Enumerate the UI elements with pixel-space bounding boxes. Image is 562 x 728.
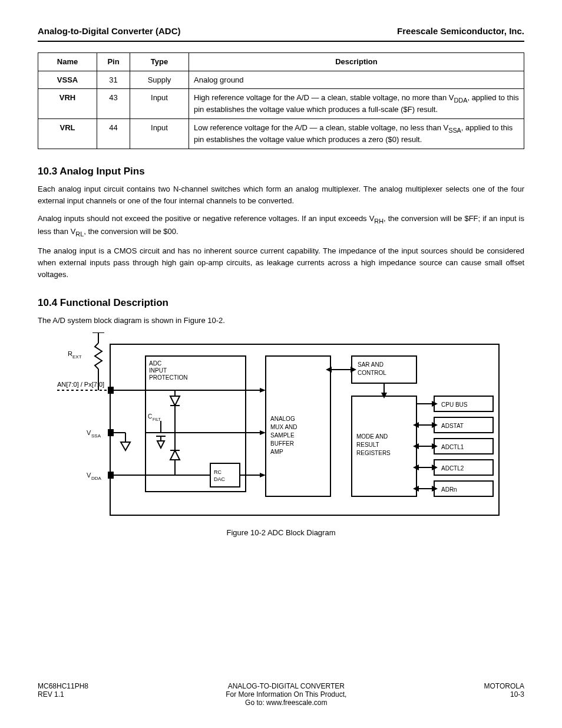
cell-type: Input: [130, 118, 189, 149]
svg-text:BUFFER: BUFFER: [270, 440, 294, 447]
th-desc: Description: [189, 53, 524, 71]
label-adctl: ADCTL1: [441, 444, 464, 450]
label-px: AN[7:0] / Px[7:0]: [57, 381, 104, 388]
cell-pin: 31: [97, 71, 130, 89]
cell-desc: Low reference voltage for the A/D — a cl…: [189, 118, 524, 149]
label-vdda: V: [87, 472, 91, 479]
label-sar: SAR AND: [358, 361, 384, 368]
cell-pin: 44: [97, 118, 130, 149]
section-heading: 10.4 Functional Description: [38, 297, 524, 309]
svg-rect-12: [108, 472, 114, 479]
body-paragraph: The A/D system block diagram is shown in…: [38, 315, 524, 327]
svg-text:INPUT: INPUT: [149, 367, 167, 374]
label-rext-sub: EXT: [72, 354, 82, 360]
table-row: VRL 44 Input Low reference voltage for t…: [38, 118, 524, 149]
svg-marker-40: [260, 473, 266, 477]
th-name: Name: [38, 53, 97, 71]
body-paragraph: Analog inputs should not exceed the posi…: [38, 213, 524, 239]
cell-desc: High reference voltage for the A/D — a c…: [189, 89, 524, 119]
section-heading: 10.3 Analog Input Pins: [38, 166, 524, 177]
svg-text:RESULT: RESULT: [356, 442, 379, 448]
svg-text:DAC: DAC: [214, 476, 226, 482]
svg-text:FILT: FILT: [153, 417, 161, 421]
table-row: VRH 43 Input High reference voltage for …: [38, 89, 524, 119]
cell-pin: 43: [97, 89, 130, 119]
label-analog-mux: ANALOG: [270, 416, 295, 422]
label-cpu-bus: CPU BUS: [441, 401, 468, 408]
label-vssa: V: [87, 429, 91, 436]
cell-desc: Analog ground: [189, 71, 524, 89]
svg-marker-51: [326, 367, 332, 373]
svg-rect-35: [210, 463, 240, 487]
svg-text:SAMPLE: SAMPLE: [270, 432, 295, 439]
label-rcdac: RC: [214, 469, 222, 475]
footer-left: MC68HC11PH8 REV 1.1: [38, 682, 88, 707]
figure-diagram: R EXT AN[7:0] / Px[7:0] V SSA V DDA ADC …: [38, 332, 524, 521]
cell-name: VRL: [38, 118, 97, 149]
label-aip: ADC: [149, 360, 161, 367]
svg-marker-52: [351, 367, 356, 373]
label-adr: ADRn: [441, 486, 457, 493]
table-header-row: Name Pin Type Description: [38, 53, 524, 71]
svg-text:SSA: SSA: [91, 433, 101, 439]
svg-marker-10: [121, 442, 130, 450]
footer-right: MOTOROLA 10-3: [484, 682, 524, 707]
svg-text:DDA: DDA: [91, 476, 102, 481]
th-pin: Pin: [97, 53, 130, 71]
header-right: Freescale Semiconductor, Inc.: [397, 26, 524, 36]
body-paragraph: Each analog input circuit contains two N…: [38, 183, 524, 207]
th-type: Type: [130, 53, 189, 71]
label-adctl2: ADCTL2: [441, 465, 464, 472]
cell-name: VRH: [38, 89, 97, 119]
cell-name: VSSA: [38, 71, 97, 89]
pin-table: Name Pin Type Description VSSA 31 Supply…: [38, 52, 524, 149]
label-rext: R: [68, 350, 72, 357]
label-cfilt: C: [148, 413, 152, 420]
cell-type: Supply: [130, 71, 189, 89]
svg-rect-7: [108, 429, 114, 436]
footer-center: ANALOG-TO-DIGITAL CONVERTER For More Inf…: [226, 682, 346, 707]
header-left: Analog-to-Digital Converter (ADC): [38, 26, 181, 36]
svg-rect-0: [110, 344, 499, 515]
svg-text:AMP: AMP: [270, 449, 283, 455]
svg-rect-5: [108, 387, 114, 394]
page-header: Analog-to-Digital Converter (ADC) Freesc…: [38, 26, 524, 42]
table-row: VSSA 31 Supply Analog ground: [38, 71, 524, 89]
svg-text:PROTECTION: PROTECTION: [149, 374, 188, 381]
svg-marker-32: [170, 450, 180, 460]
svg-text:CONTROL: CONTROL: [358, 370, 386, 376]
body-paragraph: The analog input is a CMOS circuit and h…: [38, 245, 524, 281]
label-adstat: ADSTAT: [441, 423, 464, 429]
label-mode-res: MODE AND: [356, 433, 388, 440]
figure-caption: Figure 10-2 ADC Block Diagram: [38, 528, 524, 537]
svg-marker-20: [170, 396, 180, 406]
svg-text:REGISTERS: REGISTERS: [356, 450, 391, 456]
page-footer: MC68HC11PH8 REV 1.1 ANALOG-TO-DIGITAL CO…: [38, 682, 524, 707]
svg-marker-27: [157, 441, 164, 448]
cell-type: Input: [130, 89, 189, 119]
svg-text:MUX AND: MUX AND: [270, 424, 297, 430]
